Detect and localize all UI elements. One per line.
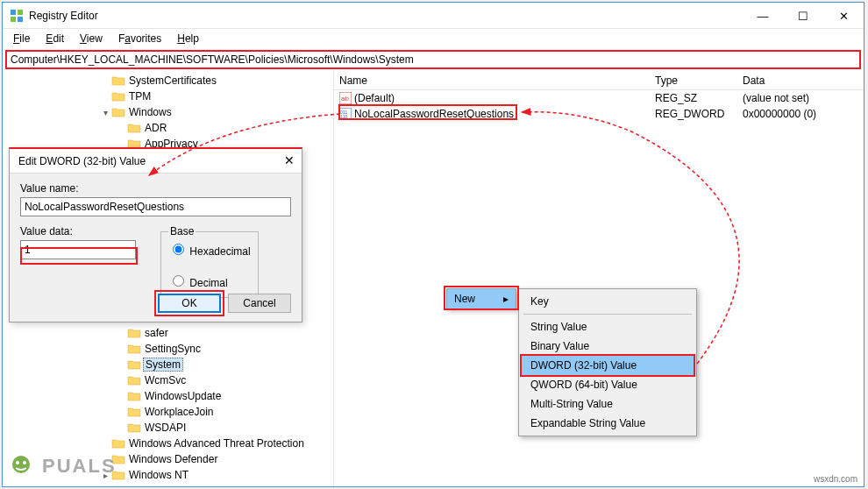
tree-label: Windows: [129, 106, 172, 118]
context-item[interactable]: QWORD (64-bit) Value: [522, 375, 694, 394]
svg-text:ab: ab: [341, 95, 349, 103]
tree-item[interactable]: WindowsUpdate: [3, 388, 333, 404]
list-row[interactable]: ab(Default)REG_SZ(value not set): [334, 90, 864, 106]
menu-bar: File Edit View Favorites Help: [3, 29, 864, 48]
tree-item[interactable]: SettingSync: [3, 341, 333, 357]
minimize-button[interactable]: —: [743, 3, 783, 29]
highlight-new: [444, 286, 519, 310]
title-bar[interactable]: Registry Editor — ☐ ✕: [3, 3, 864, 29]
tree-label: SystemCertificates: [129, 74, 217, 87]
tree-label: TPM: [129, 90, 151, 103]
tree-label: safer: [145, 327, 168, 339]
tree-item[interactable]: WSDAPI: [3, 420, 333, 436]
address-bar[interactable]: Computer\HKEY_LOCAL_MACHINE\SOFTWARE\Pol…: [5, 50, 861, 69]
folder-icon: [111, 106, 125, 118]
tree-label: Windows Advanced Threat Protection: [129, 437, 304, 450]
value-icon: 011110: [339, 108, 352, 120]
dialog-title-bar[interactable]: Edit DWORD (32-bit) Value ✕: [10, 149, 302, 174]
radio-dec[interactable]: Decimal: [168, 273, 251, 289]
expand-icon[interactable]: ▸: [86, 486, 98, 487]
context-item[interactable]: Binary Value: [522, 337, 694, 356]
tree-item[interactable]: ▾Windows: [3, 104, 333, 120]
menu-view[interactable]: View: [73, 31, 110, 46]
value-name-input[interactable]: [20, 197, 291, 216]
tree-item[interactable]: SystemCertificates: [3, 73, 333, 89]
tree-item[interactable]: TPM: [3, 89, 333, 104]
cancel-button[interactable]: Cancel: [228, 294, 291, 313]
value-type: REG_SZ: [650, 92, 737, 104]
value-data: 0x00000000 (0): [737, 108, 864, 120]
menu-edit[interactable]: Edit: [39, 31, 71, 46]
svg-rect-2: [11, 17, 16, 22]
dialog-close-icon[interactable]: ✕: [284, 153, 295, 167]
radio-hex[interactable]: Hexadecimal: [168, 241, 251, 258]
tree-item[interactable]: WorkplaceJoin: [3, 404, 333, 420]
window-title: Registry Editor: [29, 10, 98, 22]
value-data: (value not set): [737, 92, 864, 104]
separator: [523, 314, 692, 315]
folder-icon: [127, 358, 141, 371]
close-button[interactable]: ✕: [823, 3, 864, 29]
folder-icon: [127, 343, 141, 355]
folder-icon: [98, 485, 112, 486]
value-name: NoLocalPasswordResetQuestions: [354, 108, 514, 120]
menu-help[interactable]: Help: [170, 31, 206, 46]
expand-icon[interactable]: ▾: [99, 108, 111, 117]
watermark: wsxdn.com: [814, 474, 857, 484]
tree-label: ADR: [145, 122, 167, 134]
value-data-label: Value data:: [20, 225, 143, 237]
svg-point-12: [23, 461, 26, 464]
tree-item[interactable]: WcmSvc: [3, 372, 333, 388]
value-name-label: Value name:: [20, 182, 291, 195]
value-icon: ab: [339, 92, 352, 104]
context-item[interactable]: String Value: [522, 317, 694, 337]
folder-icon: [127, 422, 141, 434]
folder-icon: [111, 437, 125, 450]
maximize-button[interactable]: ☐: [783, 3, 823, 29]
brand-logo: PUALS: [4, 449, 117, 484]
list-header[interactable]: Name Type Data: [334, 71, 864, 90]
ok-button[interactable]: OK: [158, 294, 221, 313]
context-item[interactable]: Expandable String Value: [522, 414, 694, 433]
svg-rect-3: [18, 17, 23, 22]
col-data[interactable]: Data: [737, 74, 864, 87]
tree-label: WSDAPI: [145, 422, 186, 434]
tree-label: Windows NT: [129, 469, 189, 481]
tree-label: SettingSync: [145, 343, 201, 355]
value-name: (Default): [354, 92, 395, 104]
base-label: Base: [168, 225, 196, 237]
folder-icon: [111, 90, 125, 103]
col-type[interactable]: Type: [650, 74, 737, 87]
folder-icon: [127, 327, 141, 339]
tree-item[interactable]: System: [3, 357, 333, 372]
list-row[interactable]: 011110NoLocalPasswordResetQuestionsREG_D…: [334, 106, 864, 122]
svg-text:110: 110: [340, 114, 348, 119]
tree-label: WorkplaceJoin: [145, 406, 213, 418]
menu-file[interactable]: File: [6, 31, 37, 46]
folder-icon: [127, 406, 141, 418]
context-item[interactable]: DWORD (32-bit) Value: [522, 356, 694, 375]
value-type: REG_DWORD: [650, 108, 737, 120]
tree-label: WcmSvc: [145, 374, 186, 386]
context-submenu-new: KeyString ValueBinary ValueDWORD (32-bit…: [518, 288, 697, 436]
tree-item[interactable]: ADR: [3, 120, 333, 136]
menu-favorites[interactable]: Favorites: [111, 31, 168, 46]
svg-point-11: [16, 461, 19, 464]
dialog-title: Edit DWORD (32-bit) Value: [18, 155, 146, 167]
tree-label: Mozilla: [116, 485, 148, 486]
app-icon: [10, 9, 24, 23]
address-text: Computer\HKEY_LOCAL_MACHINE\SOFTWARE\Pol…: [11, 53, 414, 66]
tree-label: WindowsUpdate: [145, 390, 221, 402]
value-data-input[interactable]: [20, 240, 136, 259]
tree-label: Windows Defender: [129, 453, 217, 465]
folder-icon: [127, 122, 141, 134]
folder-icon: [127, 374, 141, 386]
context-item[interactable]: Multi-String Value: [522, 394, 694, 414]
context-item[interactable]: Key: [522, 292, 694, 311]
base-group: Base Hexadecimal Decimal: [160, 225, 259, 298]
folder-icon: [127, 390, 141, 402]
col-name[interactable]: Name: [334, 74, 650, 87]
tree-item[interactable]: safer: [3, 325, 333, 341]
folder-icon: [111, 74, 125, 87]
svg-rect-1: [18, 10, 23, 15]
